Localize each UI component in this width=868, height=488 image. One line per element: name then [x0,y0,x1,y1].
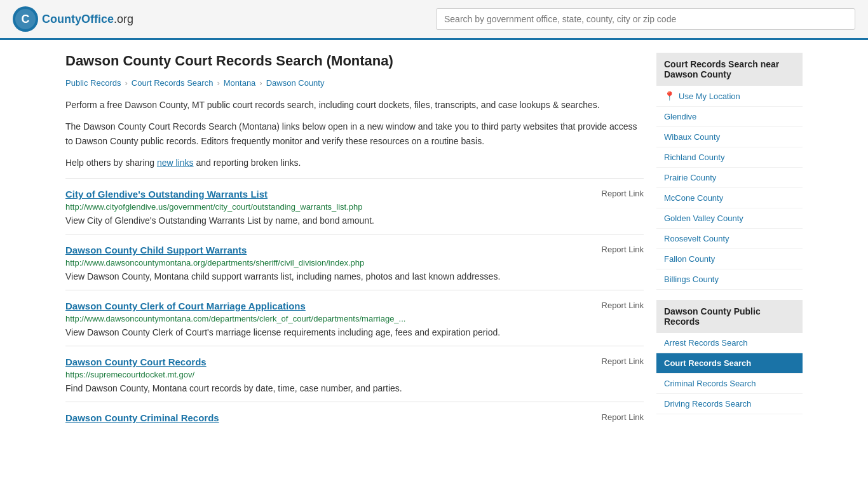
location-icon: 📍 [664,91,675,101]
sidebar-nearby-1[interactable]: Wibaux County [656,127,803,147]
sidebar-records-title: Dawson County Public Records [656,300,803,333]
sidebar-section-records: Dawson County Public Records Arrest Reco… [656,300,803,414]
result-desc-2: View Dawson County Clerk of Court's marr… [65,326,644,339]
sidebar-nearby-0[interactable]: Glendive [656,107,803,127]
result-desc-0: View City of Glendive's Outstanding Warr… [65,214,644,227]
result-header: Dawson County Child Support Warrants Rep… [65,245,644,255]
result-title-2[interactable]: Dawson County Clerk of Court Marriage Ap… [65,301,306,311]
sidebar-nearby-links: GlendiveWibaux CountyRichland CountyPrai… [656,107,803,290]
search-input[interactable] [436,8,855,30]
description-3: Help others by sharing new links and rep… [65,156,644,170]
result-header: City of Glendive's Outstanding Warrants … [65,189,644,200]
breadcrumb-sep-2: › [217,78,219,88]
desc3-before: Help others by sharing [65,158,157,168]
description-2: The Dawson County Court Records Search (… [65,119,644,148]
sidebar-nearby-4[interactable]: McCone County [656,188,803,208]
sidebar-use-location[interactable]: 📍 Use My Location [656,86,803,107]
logo-icon: C [13,6,38,32]
result-url-1: http://www.dawsoncountymontana.org/depar… [65,258,644,268]
sidebar-nearby-5[interactable]: Golden Valley County [656,208,803,229]
sidebar-section-nearby: Court Records Search near Dawson County … [656,53,803,290]
sidebar-nearby-7[interactable]: Fallon County [656,249,803,269]
breadcrumb-public-records[interactable]: Public Records [65,78,121,88]
sidebar-record-1[interactable]: Court Records Search [656,353,803,374]
result-title-0[interactable]: City of Glendive's Outstanding Warrants … [65,189,268,200]
breadcrumb-dawson-county[interactable]: Dawson County [266,78,325,88]
result-url-2: http://www.dawsoncountymontana.com/depar… [65,314,644,323]
result-item: Dawson County Clerk of Court Marriage Ap… [65,290,644,346]
sidebar-nearby-3[interactable]: Prairie County [656,168,803,188]
sidebar-record-0[interactable]: Arrest Records Search [656,333,803,353]
logo-text: CountyOffice.org [42,13,133,26]
result-title-4[interactable]: Dawson County Criminal Records [65,412,219,423]
results-list: City of Glendive's Outstanding Warrants … [65,178,644,432]
result-item: Dawson County Child Support Warrants Rep… [65,234,644,290]
svg-text:C: C [22,13,30,25]
report-link-1[interactable]: Report Link [602,245,644,254]
result-url-3: https://supremecourtdocket.mt.gov/ [65,370,644,379]
report-link-4[interactable]: Report Link [602,412,644,422]
report-link-0[interactable]: Report Link [602,189,644,198]
description-1: Perform a free Dawson County, MT public … [65,98,644,112]
search-bar [436,8,855,30]
breadcrumb-montana[interactable]: Montana [224,78,256,88]
report-link-2[interactable]: Report Link [602,301,644,310]
breadcrumb-sep-3: › [259,78,262,88]
sidebar-nearby-6[interactable]: Roosevelt County [656,229,803,249]
sidebar-record-3[interactable]: Driving Records Search [656,394,803,414]
use-location-label: Use My Location [679,92,740,101]
result-url-0: http://www.cityofglendive.us/government/… [65,202,644,212]
sidebar-nearby-8[interactable]: Billings County [656,269,803,290]
result-item: Dawson County Court Records Report Link … [65,346,644,402]
sidebar: Court Records Search near Dawson County … [656,53,803,432]
result-header: Dawson County Court Records Report Link [65,356,644,367]
breadcrumb-sep-1: › [125,78,127,88]
page-title: Dawson County Court Records Search (Mont… [65,53,644,69]
result-desc-3: Find Dawson County, Montana court record… [65,382,644,395]
result-header: Dawson County Clerk of Court Marriage Ap… [65,301,644,311]
new-links-link[interactable]: new links [157,158,194,168]
sidebar-nearby-title: Court Records Search near Dawson County [656,53,803,86]
result-header: Dawson County Criminal Records Report Li… [65,412,644,423]
desc3-after: and reporting broken links. [194,158,301,168]
sidebar-records-links: Arrest Records SearchCourt Records Searc… [656,333,803,414]
breadcrumb: Public Records › Court Records Search › … [65,78,644,88]
result-desc-1: View Dawson County, Montana child suppor… [65,270,644,283]
main-container: Dawson County Court Records Search (Mont… [53,40,815,445]
sidebar-record-2[interactable]: Criminal Records Search [656,374,803,394]
result-title-3[interactable]: Dawson County Court Records [65,356,207,367]
sidebar-nearby-2[interactable]: Richland County [656,147,803,168]
content-area: Dawson County Court Records Search (Mont… [65,53,644,432]
report-link-3[interactable]: Report Link [602,356,644,366]
result-item: City of Glendive's Outstanding Warrants … [65,178,644,234]
result-item: Dawson County Criminal Records Report Li… [65,402,644,432]
header: C CountyOffice.org [0,0,868,40]
result-title-1[interactable]: Dawson County Child Support Warrants [65,245,247,255]
breadcrumb-court-records[interactable]: Court Records Search [132,78,214,88]
logo-area[interactable]: C CountyOffice.org [13,6,133,32]
